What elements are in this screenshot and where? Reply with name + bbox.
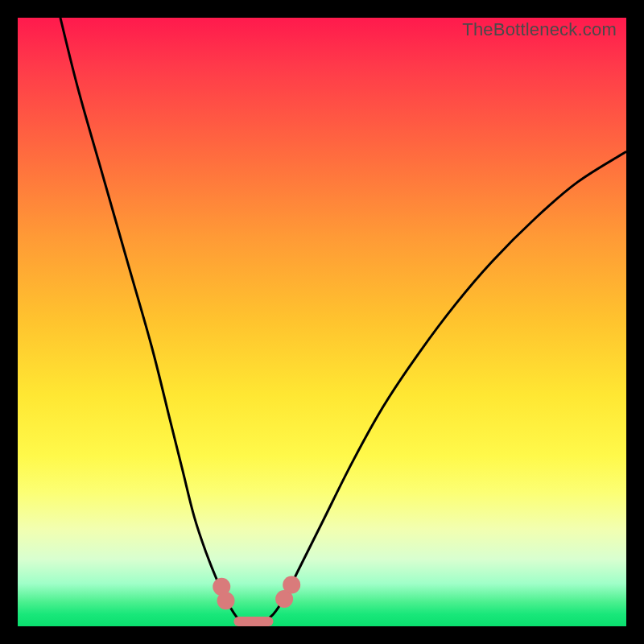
plot-svg: [18, 18, 626, 626]
left-curve: [60, 18, 243, 623]
marker-group: [213, 576, 300, 626]
chart-frame: TheBottleneck.com: [18, 18, 626, 626]
valley-bar: [233, 617, 273, 626]
right-curve: [261, 151, 626, 623]
marker-left-1: [217, 592, 235, 609]
marker-right-1: [283, 576, 300, 594]
watermark-text: TheBottleneck.com: [462, 19, 617, 40]
